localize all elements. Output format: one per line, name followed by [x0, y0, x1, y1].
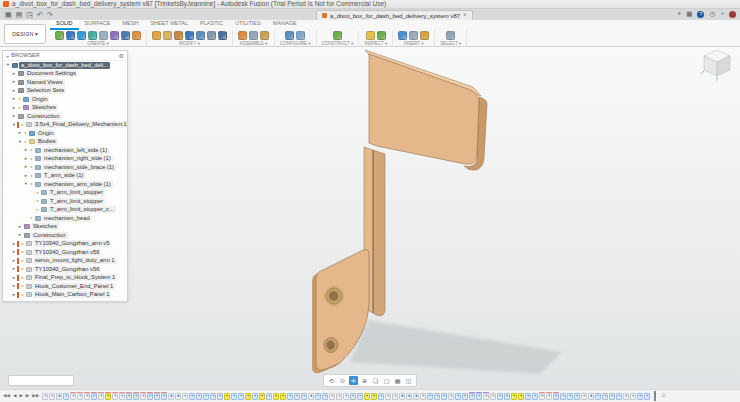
insert-tool-icon-2[interactable]: [420, 31, 429, 40]
timeline-feature[interactable]: ▪: [231, 393, 237, 400]
tree-item[interactable]: ▸Named Views: [3, 78, 127, 87]
timeline-feature[interactable]: ▪: [476, 393, 482, 400]
timeline-sketch-feature[interactable]: ●: [56, 393, 62, 400]
tree-item[interactable]: ▸●servo_mount_light_duty_arm 1: [3, 257, 127, 266]
timeline-position-marker[interactable]: [654, 391, 656, 401]
timeline-joint-feature[interactable]: +: [546, 393, 552, 400]
modify-tool-icon-5[interactable]: [207, 31, 216, 40]
close-tab-icon[interactable]: ×: [463, 12, 467, 19]
timeline-feature[interactable]: ▪: [357, 393, 363, 400]
tree-expander-icon[interactable]: ▸: [17, 225, 23, 230]
data-panel-toggle-icon[interactable]: ▦: [5, 11, 12, 18]
tree-item[interactable]: ▸●Origin: [3, 129, 127, 138]
extensions-icon[interactable]: ▦: [686, 11, 692, 18]
timeline-joint-feature[interactable]: +: [70, 393, 76, 400]
modify-tool-icon-6[interactable]: [218, 31, 227, 40]
ribbon-tab-sheet-metal[interactable]: SHEET METAL: [144, 20, 194, 30]
timeline-highlighted-feature[interactable]: ▪: [518, 393, 524, 400]
timeline-sketch-feature[interactable]: ●: [406, 393, 412, 400]
tree-item[interactable]: ▾a_divot_box_for_dash_bed_deli...: [3, 61, 127, 70]
tree-item[interactable]: ●T_arm_limit_stopper_c...: [3, 206, 127, 215]
visibility-bulb-icon[interactable]: ●: [35, 191, 40, 195]
timeline-feature[interactable]: ▪: [462, 393, 468, 400]
timeline-joint-feature[interactable]: +: [630, 393, 636, 400]
create-tool-icon-7[interactable]: [132, 31, 141, 40]
visibility-bulb-icon[interactable]: ●: [35, 208, 40, 212]
tree-item[interactable]: ▸Document Settings: [3, 70, 127, 79]
insert-tool-icon-1[interactable]: [409, 31, 418, 40]
modify-tool-icon-2[interactable]: [174, 31, 183, 40]
tree-item[interactable]: ▸●Sketches: [3, 104, 127, 113]
tree-item[interactable]: ▸Construction: [3, 112, 127, 121]
timeline-highlighted-feature[interactable]: ▪: [224, 393, 230, 400]
timeline-feature[interactable]: ▪: [252, 393, 258, 400]
comments-bar[interactable]: [8, 375, 74, 386]
assemble-tool-icon-1[interactable]: [249, 31, 258, 40]
timeline-feature[interactable]: ▪: [434, 393, 440, 400]
visibility-bulb-icon[interactable]: ●: [20, 250, 25, 254]
timeline-feature[interactable]: ▪: [217, 393, 223, 400]
tree-item[interactable]: ▸●TY10340_Gongzhan_arm v5: [3, 240, 127, 249]
timeline-feature[interactable]: ▪: [266, 393, 272, 400]
timeline-highlighted-feature[interactable]: ▪: [511, 393, 517, 400]
timeline-feature[interactable]: ▪: [147, 393, 153, 400]
tree-item[interactable]: ▸●TY10340_Gongzhan v56: [3, 265, 127, 274]
timeline-feature[interactable]: ▪: [189, 393, 195, 400]
timeline-feature[interactable]: ▪: [287, 393, 293, 400]
create-tool-icon-3[interactable]: [88, 31, 97, 40]
tree-item[interactable]: ●T_arm_limit_stopper: [3, 197, 127, 206]
timeline-highlighted-feature[interactable]: ▪: [259, 393, 265, 400]
tree-item[interactable]: ●mechanism_head: [3, 214, 127, 223]
create-tool-icon-1[interactable]: [66, 31, 75, 40]
ribbon-tab-utilities[interactable]: UTILITIES: [229, 20, 267, 30]
timeline-sketch-feature[interactable]: ●: [175, 393, 181, 400]
visibility-bulb-icon[interactable]: ●: [20, 259, 25, 263]
help-icon[interactable]: ?: [697, 11, 704, 18]
modify-tool-icon-0[interactable]: [152, 31, 161, 40]
configure-tool-icon-0[interactable]: [285, 31, 294, 40]
tree-item[interactable]: ▾●mechanism_arm_slide (1): [3, 180, 127, 189]
timeline-joint-feature[interactable]: +: [490, 393, 496, 400]
step-back-icon[interactable]: ◀: [13, 394, 16, 399]
inspect-tool-icon-0[interactable]: [366, 31, 375, 40]
timeline-feature[interactable]: ▪: [294, 393, 300, 400]
visibility-bulb-icon[interactable]: ●: [20, 293, 25, 297]
timeline-joint-feature[interactable]: +: [98, 393, 104, 400]
browser-settings-gear-icon[interactable]: ⚙: [119, 53, 124, 59]
timeline-highlighted-feature[interactable]: ▪: [273, 393, 279, 400]
save-icon[interactable]: ◳: [26, 11, 33, 18]
visibility-bulb-icon[interactable]: ●: [29, 148, 34, 152]
create-tool-icon-5[interactable]: [110, 31, 119, 40]
modify-tool-icon-1[interactable]: [163, 31, 172, 40]
visibility-bulb-icon[interactable]: ●: [29, 182, 34, 186]
visibility-bulb-icon[interactable]: ●: [35, 199, 40, 203]
tree-item[interactable]: ●T_arm_limit_stopper: [3, 189, 127, 198]
timeline-sketch-feature[interactable]: ●: [168, 393, 174, 400]
timeline-feature[interactable]: ▪: [497, 393, 503, 400]
timeline-feature[interactable]: ▪: [504, 393, 510, 400]
timeline-joint-feature[interactable]: +: [112, 393, 118, 400]
tree-item[interactable]: ▸Construction: [3, 231, 127, 240]
visibility-bulb-icon[interactable]: ●: [29, 165, 34, 169]
pan-icon[interactable]: ✛: [349, 376, 358, 385]
notifications-icon[interactable]: ◔: [720, 11, 724, 18]
timeline-sketch-feature[interactable]: ●: [413, 393, 419, 400]
assemble-tool-icon-0[interactable]: [238, 31, 247, 40]
timeline-joint-feature[interactable]: +: [49, 393, 55, 400]
view-cube[interactable]: [700, 47, 734, 81]
tree-expander-icon[interactable]: ▸: [11, 89, 17, 94]
create-tool-icon-6[interactable]: [121, 31, 130, 40]
timeline-feature[interactable]: ▪: [469, 393, 475, 400]
timeline-sketch-feature[interactable]: ●: [308, 393, 314, 400]
timeline-feature[interactable]: ▪: [455, 393, 461, 400]
tree-item[interactable]: ▸●Origin: [3, 95, 127, 104]
tree-item[interactable]: ▸●T_arm_side (1): [3, 172, 127, 181]
tree-item[interactable]: ▸●Hook_Customer_End_Panel 1: [3, 282, 127, 291]
timeline-feature[interactable]: ▪: [63, 393, 69, 400]
timeline-feature[interactable]: ▪: [133, 393, 139, 400]
timeline-feature[interactable]: ▪: [427, 393, 433, 400]
tree-item[interactable]: ▸●TY10340_Gongzhan v56: [3, 248, 127, 257]
timeline-joint-feature[interactable]: +: [420, 393, 426, 400]
timeline-joint-feature[interactable]: +: [140, 393, 146, 400]
visibility-bulb-icon[interactable]: ●: [17, 106, 22, 110]
